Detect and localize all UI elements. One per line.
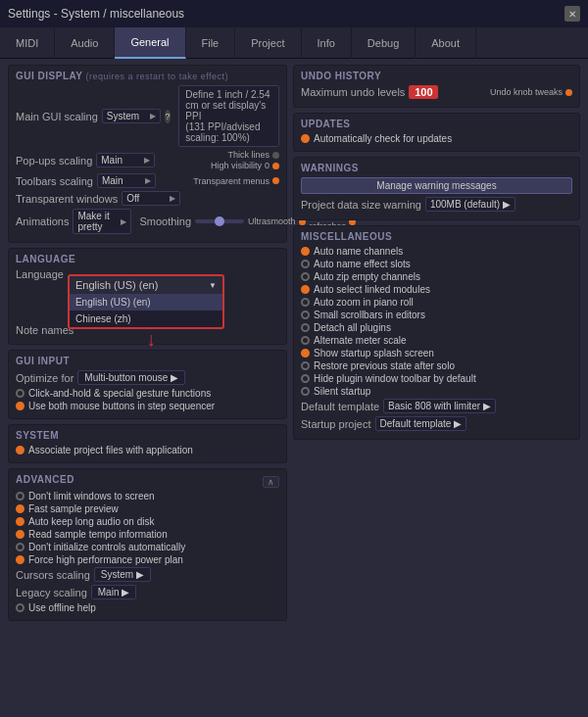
associate-radio[interactable] (16, 446, 24, 454)
gui-display-section: GUI display (requires a restart to take … (8, 65, 287, 243)
undo-levels-input[interactable] (409, 85, 438, 99)
adv-item-3: Read sample tempo information (16, 529, 279, 540)
transparent-windows-row: Transparent windows Off ▶ (16, 191, 279, 206)
project-data-warning-row: Project data size warning 100MB (default… (301, 197, 572, 212)
toolbars-scaling-dropdown[interactable]: Main ▶ (97, 173, 156, 188)
default-template-row: Default template Basic 808 with limiter … (301, 399, 572, 413)
popup-scaling-row: Pop-ups scaling Main ▶ Thick lines High … (16, 150, 279, 170)
updates-section: Updates Automatically check for updates (293, 113, 580, 152)
language-row: Language English (US) (en) ▼ English (US… (16, 268, 279, 280)
legacy-scaling-row: Legacy scaling Main ▶ (16, 585, 279, 599)
undo-history-section: Undo history Maximum undo levels Undo kn… (293, 65, 580, 108)
tab-general[interactable]: General (115, 27, 185, 59)
system-section: System Associate project files with appl… (8, 424, 287, 463)
language-section: Language Language English (US) (en) ▼ En… (8, 248, 287, 345)
adv-item-5: Force high performance power plan (16, 554, 279, 565)
popup-scaling-dropdown[interactable]: Main ▶ (96, 153, 155, 167)
language-title: Language (16, 254, 279, 264)
step-seq-radio[interactable] (16, 402, 24, 410)
language-selected[interactable]: English (US) (en) ▼ (70, 276, 222, 294)
tab-audio[interactable]: Audio (55, 27, 115, 59)
misc-item-0: Auto name channels (301, 246, 572, 257)
dropdown-arrow-indicator: ↓ (146, 328, 156, 351)
step-seq-row: Use both mouse buttons in step sequencer (16, 401, 279, 411)
adv-item-1: Fast sample preview (16, 503, 279, 514)
tab-debug[interactable]: Debug (352, 27, 416, 59)
optimize-row: Optimize for Multi-button mouse ▶ (16, 370, 279, 385)
misc-item-9: Restore previous state after solo (301, 360, 572, 371)
optimize-dropdown[interactable]: Multi-button mouse ▶ (77, 370, 185, 385)
project-data-dropdown[interactable]: 100MB (default) ▶ (425, 197, 515, 212)
language-dropdown[interactable]: English (US) (en) ▼ English (US) (en) Ch… (68, 274, 224, 329)
transparent-menus-row: Transparent menus (193, 176, 279, 186)
undo-knob-tweaks-dot[interactable] (565, 89, 572, 96)
undo-levels-row: Maximum undo levels Undo knob tweaks (301, 85, 572, 99)
undo-knob-tweaks-row: Undo knob tweaks (490, 87, 572, 97)
tab-file[interactable]: File (186, 27, 236, 59)
adv-item-2: Auto keep long audio on disk (16, 516, 279, 527)
misc-item-2: Auto zip empty channels (301, 271, 572, 282)
thick-lines-row: Thick lines (227, 150, 279, 160)
tab-midi[interactable]: MIDI (0, 27, 55, 59)
cursors-scaling-row: Cursors scaling System ▶ (16, 567, 279, 582)
main-content: GUI display (requires a restart to take … (0, 59, 588, 717)
click-hold-radio[interactable] (16, 389, 24, 398)
misc-item-7: Alternate meter scale (301, 335, 572, 346)
advanced-collapse-btn[interactable]: ∧ (263, 476, 279, 488)
gui-input-section: GUI input Optimize for Multi-button mous… (8, 350, 287, 419)
default-template-dropdown[interactable]: Basic 808 with limiter ▶ (383, 399, 496, 413)
animations-dropdown[interactable]: Make it pretty ▶ (73, 209, 131, 234)
misc-item-4: Auto zoom in piano roll (301, 297, 572, 308)
misc-section: Miscellaneous Auto name channels Auto na… (293, 225, 580, 440)
tab-bar: MIDI Audio General File Project Info Deb… (0, 27, 588, 59)
advanced-section: Advanced ∧ Don't limit windows to screen… (8, 468, 287, 621)
left-column: GUI display (requires a restart to take … (8, 65, 287, 711)
language-option-en[interactable]: English (US) (en) (70, 294, 222, 311)
startup-project-dropdown[interactable]: Default template ▶ (375, 416, 467, 431)
language-option-zh[interactable]: Chinese (zh) (70, 311, 222, 327)
misc-item-3: Auto select linked modules (301, 284, 572, 295)
misc-item-1: Auto name effect slots (301, 259, 572, 269)
adv-item-4: Don't initialize controls automatically (16, 542, 279, 552)
tab-project[interactable]: Project (235, 27, 301, 59)
main-scaling-row: Main GUI scaling System ▶ ? Define 1 inc… (16, 85, 279, 147)
close-button[interactable]: ✕ (564, 6, 580, 22)
toolbars-scaling-row: Toolbars scaling Main ▶ Transparent menu… (16, 173, 279, 188)
transparent-windows-dropdown[interactable]: Off ▶ (122, 191, 180, 206)
misc-item-11: Silent startup (301, 386, 572, 397)
help-button[interactable]: ? (165, 110, 172, 123)
high-visibility-dot[interactable] (272, 163, 279, 169)
misc-item-6: Detach all plugins (301, 322, 572, 333)
main-scaling-dropdown[interactable]: System ▶ (102, 109, 161, 123)
tab-about[interactable]: About (416, 27, 476, 59)
adv-item-0: Don't limit windows to screen (16, 491, 279, 502)
high-visibility-row: High visibility 0 (211, 161, 279, 170)
associate-row: Associate project files with application (16, 445, 279, 455)
smoothing-thumb[interactable] (215, 216, 224, 226)
thick-lines-dot[interactable] (272, 152, 279, 159)
misc-item-10: Hide plugin window toolbar by default (301, 373, 572, 384)
animations-row: Animations Make it pretty ▶ Smoothing Ul… (16, 209, 279, 234)
manage-warnings-btn[interactable]: Manage warning messages (301, 177, 572, 194)
right-column: Undo history Maximum undo levels Undo kn… (293, 65, 580, 711)
window-title: Settings - System / miscellaneous (8, 7, 184, 21)
offline-help-row: Use offline help (16, 602, 279, 613)
misc-item-5: Small scrollbars in editors (301, 310, 572, 320)
ppi-info: Define 1 inch / 2.54 cm or set display's… (178, 85, 279, 147)
legacy-scaling-dropdown[interactable]: Main ▶ (91, 585, 136, 599)
warnings-section: Warnings Manage warning messages Project… (293, 157, 580, 220)
cursors-scaling-dropdown[interactable]: System ▶ (94, 567, 151, 582)
click-hold-row: Click-and-hold & special gesture functio… (16, 388, 279, 399)
transparent-menus-dot[interactable] (272, 177, 279, 184)
gui-display-title: GUI display (requires a restart to take … (16, 71, 279, 81)
title-bar: Settings - System / miscellaneous ✕ (0, 0, 588, 27)
auto-check-row: Automatically check for updates (301, 133, 572, 144)
auto-check-radio[interactable] (301, 134, 310, 143)
advanced-header: Advanced ∧ (16, 474, 279, 489)
smoothing-slider[interactable] (195, 219, 244, 223)
misc-item-8: Show startup splash screen (301, 348, 572, 358)
tab-info[interactable]: Info (302, 27, 352, 59)
startup-project-row: Startup project Default template ▶ (301, 416, 572, 431)
